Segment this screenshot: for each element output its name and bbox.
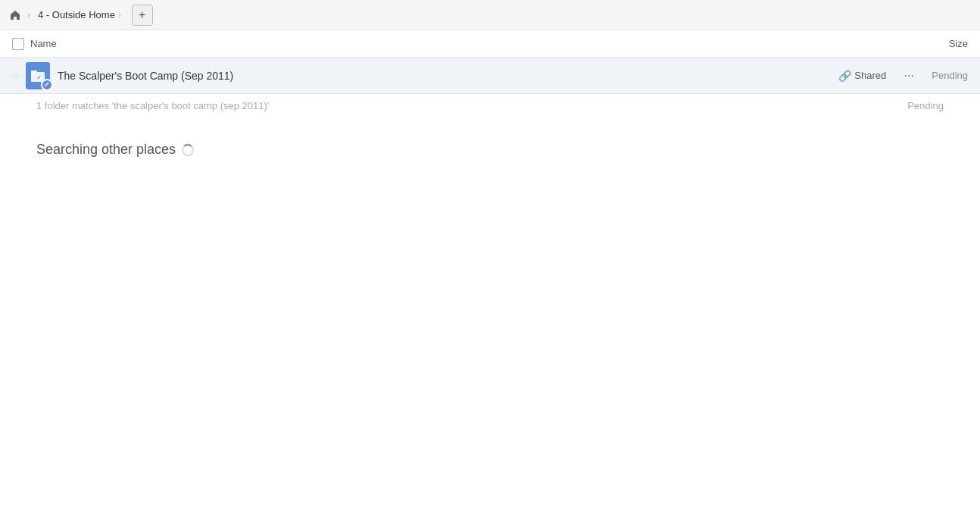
shared-badge[interactable]: 🔗 Shared [838, 70, 886, 82]
file-badge [41, 79, 53, 91]
status-badge: Pending [932, 70, 974, 81]
searching-other-section: Searching other places [0, 117, 980, 170]
search-results-row: 1 folder matches 'the scalper's boot cam… [0, 94, 980, 117]
shared-label: Shared [854, 70, 886, 81]
breadcrumb-current[interactable]: 4 - Outside Home › [33, 8, 126, 22]
star-glyph: ☆ [11, 70, 20, 82]
select-all-checkbox-wrapper[interactable] [6, 38, 30, 50]
folder-icon [26, 62, 50, 89]
breadcrumb-bar: › 4 - Outside Home › + [0, 0, 980, 30]
loading-spinner [182, 144, 194, 156]
file-row: ☆ The Scalper's Boot Camp (Sep 2011) 🔗 S… [0, 58, 980, 94]
breadcrumb-separator: › [27, 10, 30, 20]
add-icon: + [139, 8, 145, 22]
select-all-checkbox[interactable] [12, 38, 24, 50]
searching-other-label: Searching other places [36, 142, 176, 158]
file-icon-wrapper [24, 62, 51, 89]
star-icon[interactable]: ☆ [6, 70, 24, 82]
breadcrumb-label: 4 - Outside Home [38, 9, 115, 20]
name-column-header: Name [30, 38, 913, 49]
svg-rect-1 [31, 70, 37, 74]
more-options-button[interactable]: ··· [898, 65, 919, 86]
search-count-text: 1 folder matches 'the scalper's boot cam… [36, 100, 269, 111]
breadcrumb-chevron: › [118, 11, 121, 20]
column-headers: Name Size [0, 30, 980, 58]
link-icon: 🔗 [838, 70, 851, 82]
size-column-header: Size [913, 38, 974, 49]
file-name[interactable]: The Scalper's Boot Camp (Sep 2011) [58, 70, 838, 82]
add-tab-button[interactable]: + [132, 5, 153, 26]
search-count-status: Pending [907, 100, 944, 111]
home-icon[interactable] [6, 6, 24, 24]
more-dots-icon: ··· [904, 69, 914, 83]
